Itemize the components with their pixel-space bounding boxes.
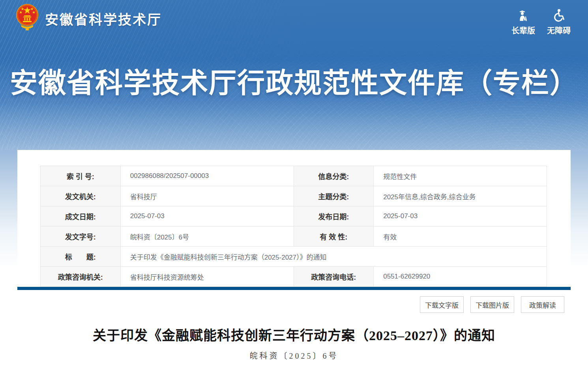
index-number-label: 索 引 号: [41, 166, 121, 186]
page-title: 安徽省科学技术厅行政规范性文件库（专栏） [0, 61, 588, 101]
table-row: 发文机关: 省科技厅 主题分类: 2025年信息,综合政务,综合业务 [41, 186, 547, 206]
policy-interpretation-button[interactable]: 政策解读 [521, 296, 564, 313]
national-emblem-icon [16, 3, 39, 32]
index-number-value: 002986088/202507-00003 [120, 166, 294, 186]
consult-phone-label: 政策咨询电话: [294, 267, 374, 287]
elder-version-button[interactable]: 长辈版 [511, 7, 535, 36]
doc-symbol-value: 皖科资〔2025〕6号 [120, 226, 294, 247]
content-panel: 索 引 号: 002986088/202507-00003 信息分类: 规范性文… [17, 150, 571, 378]
action-buttons: 下载文字版 下载图片版 政策解读 [17, 296, 571, 313]
topic-category-value: 2025年信息,综合政务,综合业务 [374, 186, 547, 206]
site-name: 安徽省科学技术厅 [45, 9, 162, 28]
document-info-table: 索 引 号: 002986088/202507-00003 信息分类: 规范性文… [40, 166, 547, 287]
doc-symbol-label: 发文字号: [41, 226, 121, 247]
content-background: 索 引 号: 002986088/202507-00003 信息分类: 规范性文… [0, 150, 588, 378]
info-category-value: 规范性文件 [374, 166, 547, 186]
site-logo-link[interactable]: 安徽省科学技术厅 [16, 3, 162, 32]
document-number: 皖科资〔2025〕6号 [17, 350, 571, 361]
table-row: 政策咨询机关: 省科技厅科技资源统筹处 政策咨询电话: 0551-6262992… [41, 267, 547, 287]
document-title: 关于印发《金融赋能科技创新三年行动方案（2025–2027）》的通知 [17, 325, 571, 344]
topic-category-label: 主题分类: [294, 186, 374, 206]
table-row: 发文字号: 皖科资〔2025〕6号 有 效 性: 有效 [41, 226, 547, 247]
written-date-label: 成文日期: [41, 206, 121, 226]
issuing-agency-value: 省科技厅 [120, 186, 294, 206]
table-row: 索 引 号: 002986088/202507-00003 信息分类: 规范性文… [41, 166, 547, 186]
validity-value: 有效 [374, 226, 547, 247]
title-label: 标 题: [41, 247, 121, 267]
download-image-button[interactable]: 下载图片版 [470, 296, 514, 313]
section-divider [17, 287, 571, 290]
consult-agency-value: 省科技厅科技资源统筹处 [120, 267, 294, 287]
written-date-value: 2025-07-03 [120, 206, 294, 226]
elder-icon [516, 7, 531, 23]
validity-label: 有 效 性: [294, 226, 374, 247]
consult-agency-label: 政策咨询机关: [41, 267, 121, 287]
hero-banner: 安徽省科学技术厅 长辈版 [0, 0, 588, 150]
table-row: 标 题: 关于印发《金融赋能科技创新三年行动方案（2025-2027）》的通知 [41, 247, 547, 267]
info-category-label: 信息分类: [294, 166, 374, 186]
wheelchair-icon [551, 7, 566, 23]
issuing-agency-label: 发文机关: [41, 186, 121, 206]
download-text-button[interactable]: 下载文字版 [420, 296, 464, 313]
table-row: 成文日期: 2025-07-03 发布日期: 2025-07-03 [41, 206, 547, 226]
consult-phone-value: 0551-62629920 [374, 267, 547, 287]
accessibility-utilities: 长辈版 无障碍 [511, 3, 571, 36]
title-value: 关于印发《金融赋能科技创新三年行动方案（2025-2027）》的通知 [120, 247, 547, 267]
accessibility-button[interactable]: 无障碍 [547, 7, 571, 36]
publish-date-label: 发布日期: [294, 206, 374, 226]
elder-version-label: 长辈版 [511, 24, 535, 36]
publish-date-value: 2025-07-03 [374, 206, 547, 226]
accessibility-label: 无障碍 [547, 24, 571, 36]
top-bar: 安徽省科学技术厅 长辈版 [0, 0, 588, 36]
